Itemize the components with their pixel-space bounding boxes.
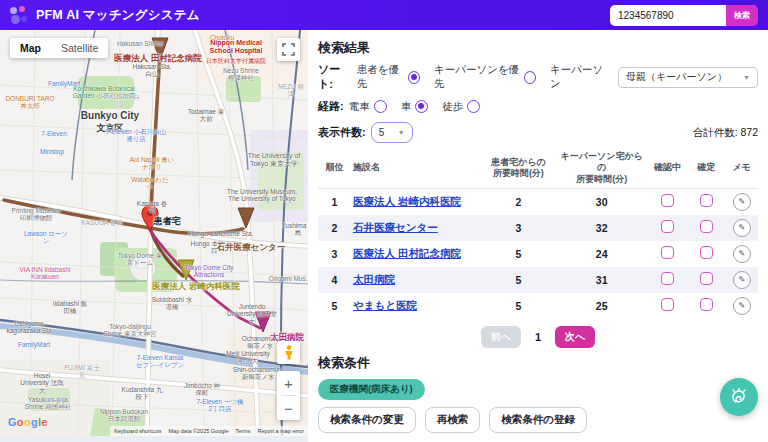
confirmed-cell [687, 215, 726, 241]
report-map-error-link[interactable]: Report a map error [258, 428, 304, 434]
walk-radio[interactable] [467, 100, 480, 113]
memo-cell: ✎ [726, 267, 758, 293]
confirming-cell [648, 267, 687, 293]
confirming-checkbox[interactable] [661, 220, 674, 233]
table-header-row: 順位 施設名 患者宅からの 所要時間(分) キーパーソン宅からの 所要時間(分)… [318, 148, 758, 188]
results-title: 検索結果 [318, 39, 758, 57]
route-option-car[interactable]: 車 [401, 100, 429, 114]
facility-link[interactable]: やまもと医院 [353, 299, 417, 311]
condition-buttons: 検索条件の変更 再検索 検索条件の登録 [318, 407, 758, 433]
confirming-checkbox[interactable] [661, 298, 674, 311]
keyperson-selected-value: 母親（キーパーソン） [626, 70, 727, 84]
facility-link[interactable]: 太田病院 [353, 273, 395, 285]
col-rank: 順位 [318, 148, 351, 188]
radio-label: 車 [401, 100, 412, 114]
display-count-select[interactable]: 5 ▼ [371, 122, 413, 143]
satellite-view-button[interactable]: Satellite [51, 38, 108, 58]
confirming-checkbox[interactable] [661, 246, 674, 259]
col-confirmed: 確定 [687, 148, 726, 188]
zoom-control: + − [277, 371, 300, 420]
results-table-body: 1医療法人 岩崎内科医院230✎2石井医療センター332✎3医療法人 田村記念病… [318, 188, 758, 319]
confirming-checkbox[interactable] [661, 194, 674, 207]
results-table: 順位 施設名 患者宅からの 所要時間(分) キーパーソン宅からの 所要時間(分)… [318, 148, 758, 319]
table-row: 1医療法人 岩崎内科医院230✎ [318, 188, 758, 215]
zoom-in-button[interactable]: + [277, 371, 300, 395]
confirmed-checkbox[interactable] [700, 298, 713, 311]
pagination: 前へ 1 次へ [318, 326, 758, 348]
route-option-train[interactable]: 電車 [349, 100, 387, 114]
keyboard-shortcuts-link[interactable]: Keyboard shortcuts [114, 428, 161, 434]
search-button[interactable]: 検索 [726, 5, 758, 26]
confirmed-checkbox[interactable] [700, 194, 713, 207]
display-count-label: 表示件数: [318, 125, 366, 140]
confirmed-cell [687, 293, 726, 319]
app-logo-icon [10, 6, 28, 24]
confirming-cell [648, 188, 687, 215]
sort-option-keyperson-first[interactable]: キーパーソンを優先 [434, 63, 536, 91]
sort-label: ソート: [318, 62, 352, 92]
memo-button[interactable]: ✎ [733, 297, 751, 315]
facility-link[interactable]: 石井医療センター [353, 221, 438, 233]
confirmed-cell [687, 241, 726, 267]
prev-page-button[interactable]: 前へ [481, 326, 521, 348]
marker-ota-hospital [255, 312, 271, 332]
car-radio[interactable] [415, 100, 428, 113]
zoom-out-button[interactable]: − [277, 396, 300, 420]
patient-id-search-input[interactable] [610, 5, 726, 26]
memo-button[interactable]: ✎ [733, 245, 751, 263]
route-option-walk[interactable]: 徒歩 [442, 100, 480, 114]
app-header: PFM AI マッチングシステム 検索 [0, 0, 768, 30]
research-button[interactable]: 再検索 [425, 407, 481, 433]
street-view-pegman[interactable] [277, 341, 300, 364]
col-facility: 施設名 [351, 148, 482, 188]
patient-minutes-cell: 3 [482, 215, 556, 241]
facility-link[interactable]: 医療法人 岩崎内科医院 [353, 195, 461, 207]
map-data-credit: Map data ©2025 Google [169, 428, 229, 434]
current-page: 1 [535, 331, 541, 343]
fullscreen-button[interactable] [277, 38, 300, 61]
confirming-cell [648, 215, 687, 241]
facility-link[interactable]: 医療法人 田村記念病院 [353, 247, 461, 259]
keyperson-select[interactable]: 母親（キーパーソン） ▼ [618, 67, 758, 88]
col-keyperson-time: キーパーソン宅からの 所要時間(分) [555, 148, 648, 188]
display-count-row: 表示件数: 5 ▼ 合計件数: 872 [318, 122, 758, 143]
change-conditions-button[interactable]: 検索条件の変更 [318, 407, 416, 433]
confirming-checkbox[interactable] [661, 272, 674, 285]
map-canvas[interactable]: Hakusan ShrineChotokuNippon Medical Scho… [0, 30, 308, 436]
results-panel: 検索結果 ソート: 患者を優先 キーパーソンを優先 キーパーソン 母親（キーパー… [308, 30, 768, 442]
memo-cell: ✎ [726, 215, 758, 241]
confirmed-checkbox[interactable] [700, 220, 713, 233]
radio-label: 電車 [349, 100, 370, 114]
google-logo: Google [8, 416, 48, 428]
patient-first-radio[interactable] [408, 71, 420, 84]
memo-button[interactable]: ✎ [733, 271, 751, 289]
train-radio[interactable] [374, 100, 387, 113]
confirmed-checkbox[interactable] [700, 272, 713, 285]
col-confirming: 確認中 [648, 148, 687, 188]
rank-cell: 3 [318, 241, 351, 267]
memo-button[interactable]: ✎ [733, 219, 751, 237]
confirmed-cell [687, 267, 726, 293]
col-memo: メモ [726, 148, 758, 188]
sort-option-patient-first[interactable]: 患者を優先 [357, 63, 420, 91]
ai-assistant-button[interactable] [720, 378, 758, 416]
chevron-down-icon: ▼ [398, 129, 405, 136]
confirming-cell [648, 241, 687, 267]
chevron-down-icon: ▼ [743, 74, 750, 81]
map-graphics [0, 30, 308, 436]
patient-minutes-cell: 5 [482, 267, 556, 293]
confirmed-cell [687, 188, 726, 215]
memo-cell: ✎ [726, 241, 758, 267]
keyperson-first-radio[interactable] [524, 71, 536, 84]
next-page-button[interactable]: 次へ [555, 326, 595, 348]
keyperson-label: キーパーソン [550, 63, 608, 91]
confirmed-checkbox[interactable] [700, 246, 713, 259]
map-view-button[interactable]: Map [10, 38, 51, 58]
route-ishii [150, 228, 243, 233]
terms-link[interactable]: Terms [236, 428, 251, 434]
condition-tag: 医療機関(病床あり) [318, 379, 425, 400]
col-patient-time: 患者宅からの 所要時間(分) [482, 148, 556, 188]
register-conditions-button[interactable]: 検索条件の登録 [489, 407, 587, 433]
memo-button[interactable]: ✎ [733, 193, 751, 211]
keyperson-minutes-cell: 24 [555, 241, 648, 267]
